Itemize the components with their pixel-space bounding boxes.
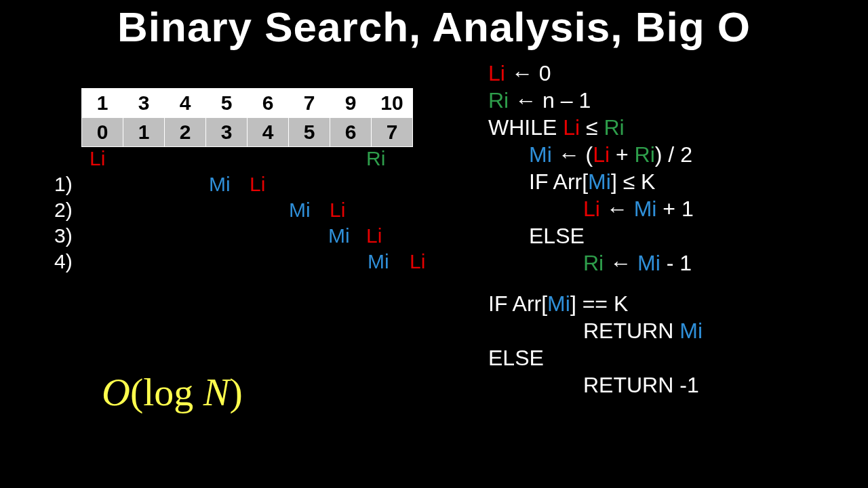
step-number: 1) <box>54 173 73 196</box>
cell: 4 <box>165 89 206 118</box>
tok: IF Arr[ <box>529 169 588 194</box>
code-line: ELSE <box>488 344 703 371</box>
tok: ← <box>600 197 634 221</box>
li-marker: Li <box>250 173 265 196</box>
blank-line <box>488 277 703 290</box>
tok: Ri <box>488 88 509 113</box>
tok: Li <box>583 197 600 221</box>
marker-rows: Li Ri 1) Mi Li 2) Mi Li 3) Mi Li 4) Mi L… <box>81 147 448 276</box>
cell: 5 <box>289 118 330 147</box>
big-o-log: log <box>143 370 193 414</box>
tok: Li <box>593 142 610 167</box>
slide-title: Binary Search, Analysis, Big O <box>0 0 868 51</box>
mi-marker: Mi <box>289 199 311 222</box>
big-o-paren: ( <box>130 370 143 414</box>
cell: 3 <box>206 118 248 147</box>
tok: Mi <box>588 169 611 194</box>
marker-row-3: 3) Mi Li <box>81 224 448 250</box>
li-marker: Li <box>90 147 105 170</box>
tok: Mi <box>529 142 552 167</box>
tok: + 1 <box>656 197 693 221</box>
left-panel: 1 3 4 5 6 7 9 10 0 1 2 3 4 5 6 7 Li Ri 1… <box>68 88 448 276</box>
cell: 1 <box>123 118 165 147</box>
tok: - 1 <box>660 251 692 275</box>
array-values-row: 1 3 4 5 6 7 9 10 <box>82 89 413 118</box>
code-line: Li ← 0 <box>488 60 703 87</box>
tok: Ri <box>583 251 604 275</box>
tok: ELSE <box>529 224 585 248</box>
code-line: Mi ← (Li + Ri) / 2 <box>488 141 703 168</box>
big-o-N: N <box>203 370 230 414</box>
step-number: 4) <box>54 250 73 273</box>
code-line: Li ← Mi + 1 <box>488 195 703 222</box>
tok: RETURN -1 <box>583 373 699 397</box>
cell: 6 <box>248 89 289 118</box>
big-o-paren: ) <box>230 370 243 414</box>
cell: 2 <box>165 118 206 147</box>
cell: 1 <box>82 89 123 118</box>
tok: ELSE <box>488 346 544 370</box>
step-number: 3) <box>54 224 73 247</box>
code-line: IF Arr[Mi] == K <box>488 290 703 317</box>
mi-marker: Mi <box>328 224 350 247</box>
tok: WHILE <box>488 115 563 140</box>
marker-row-initial: Li Ri <box>81 147 448 173</box>
li-marker: Li <box>366 224 382 247</box>
tok: Li <box>563 115 580 140</box>
cell: 5 <box>206 89 248 118</box>
code-line: RETURN Mi <box>488 317 703 344</box>
code-line: Ri ← Mi - 1 <box>488 249 703 277</box>
tok: ← <box>604 251 637 275</box>
big-o-notation: O(log N) <box>102 369 243 415</box>
array-table: 1 3 4 5 6 7 9 10 0 1 2 3 4 5 6 7 <box>81 88 413 147</box>
tok: Mi <box>679 319 703 343</box>
cell: 7 <box>289 89 330 118</box>
tok: ← n – 1 <box>509 88 591 113</box>
tok: ] == K <box>570 291 628 316</box>
cell: 10 <box>372 89 413 118</box>
ri-marker: Ri <box>366 147 385 170</box>
tok: Mi <box>547 291 570 316</box>
tok: ] ≤ K <box>611 169 656 194</box>
array-indices-row: 0 1 2 3 4 5 6 7 <box>82 118 413 147</box>
tok: + <box>610 142 634 167</box>
tok: RETURN <box>583 319 679 343</box>
big-o-O: O <box>102 370 130 414</box>
tok: Li <box>488 61 505 85</box>
code-line: WHILE Li ≤ Ri <box>488 114 703 141</box>
marker-row-4: 4) Mi Li <box>81 250 448 276</box>
code-line: ELSE <box>488 222 703 249</box>
tok: Ri <box>604 115 624 140</box>
tok: Mi <box>634 197 657 221</box>
pseudocode: Li ← 0 Ri ← n – 1 WHILE Li ≤ Ri Mi ← (Li… <box>488 60 703 399</box>
li-marker: Li <box>330 199 345 222</box>
step-number: 2) <box>54 199 73 222</box>
tok: ← 0 <box>505 61 551 85</box>
mi-marker: Mi <box>209 173 231 196</box>
tok: IF Arr[ <box>488 291 547 316</box>
mi-marker: Mi <box>368 250 389 273</box>
code-line: RETURN -1 <box>488 371 703 399</box>
marker-row-2: 2) Mi Li <box>81 199 448 224</box>
cell: 3 <box>123 89 165 118</box>
cell: 9 <box>330 89 372 118</box>
tok: ) / 2 <box>655 142 692 167</box>
cell: 6 <box>330 118 372 147</box>
li-marker: Li <box>410 250 425 273</box>
code-line: Ri ← n – 1 <box>488 87 703 114</box>
code-line: IF Arr[Mi] ≤ K <box>488 168 703 195</box>
marker-row-1: 1) Mi Li <box>81 173 448 199</box>
tok: Mi <box>637 251 660 275</box>
cell: 4 <box>248 118 289 147</box>
tok: Ri <box>635 142 655 167</box>
cell: 0 <box>82 118 123 147</box>
tok: ≤ <box>580 115 604 140</box>
tok: ← ( <box>552 142 593 167</box>
cell: 7 <box>372 118 413 147</box>
